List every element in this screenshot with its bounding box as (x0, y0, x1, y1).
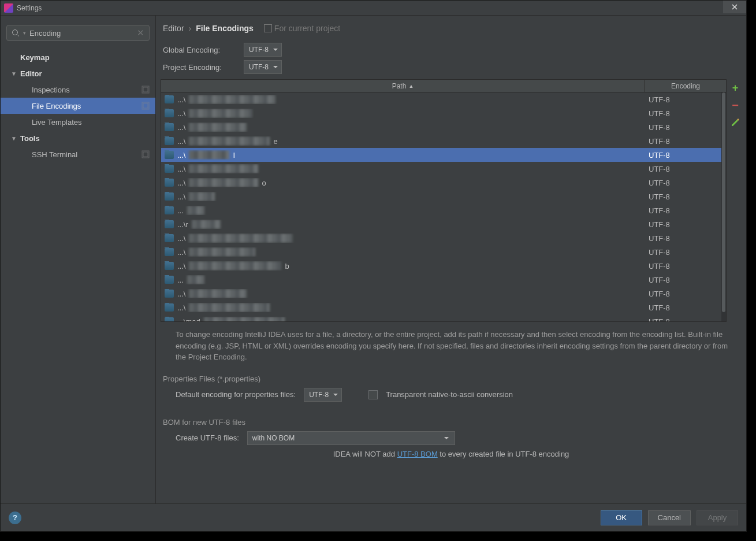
folder-icon (165, 248, 174, 256)
cell-path: ...\ (161, 303, 645, 312)
properties-default-combo[interactable]: UTF-8 (304, 388, 342, 402)
path-suffix: e (273, 137, 277, 146)
cell-encoding[interactable]: UTF-8 (645, 206, 726, 215)
path-suffix: o (262, 179, 266, 187)
project-scope-icon (141, 102, 150, 110)
breadcrumb-scope-hint: For current project (264, 24, 340, 33)
table-row[interactable]: ...\UTF-8 (161, 162, 726, 176)
apply-button[interactable]: Apply (697, 510, 738, 525)
th-encoding[interactable]: Encoding (645, 80, 726, 92)
table-row[interactable]: ...\UTF-8 (161, 231, 726, 245)
cell-encoding[interactable]: UTF-8 (645, 234, 726, 243)
table-row[interactable]: ...\medUTF-8 (161, 314, 726, 321)
cell-encoding[interactable]: UTF-8 (645, 151, 726, 160)
cell-path: ...\ (161, 192, 645, 201)
svg-rect-4 (143, 103, 148, 108)
folder-icon (165, 317, 174, 321)
sidebar-item-keymap[interactable]: Keymap (1, 49, 155, 65)
path-prefix: ... (177, 206, 184, 215)
bom-combo[interactable]: with NO BOM (247, 431, 455, 445)
cell-encoding[interactable]: UTF-8 (645, 95, 726, 104)
remove-row-button[interactable]: − (730, 100, 740, 110)
redacted-path (189, 123, 247, 132)
table-row[interactable]: ...\rUTF-8 (161, 217, 726, 231)
redacted-path (192, 220, 221, 229)
transparent-conversion-checkbox[interactable] (368, 390, 378, 399)
table-row[interactable]: ...UTF-8 (161, 273, 726, 287)
folder-icon (165, 206, 174, 214)
sidebar-item-editor[interactable]: ▼Editor (1, 65, 155, 81)
bom-hint: IDEA will NOT add UTF-8 BOM to every cre… (156, 446, 746, 458)
scrollbar[interactable] (721, 92, 726, 321)
th-path[interactable]: Path ▲ (161, 80, 645, 92)
pencil-icon (731, 118, 740, 127)
redacted-path (189, 150, 229, 160)
cell-encoding[interactable]: UTF-8 (645, 276, 726, 284)
search-box[interactable]: ▾ ✕ (6, 25, 150, 41)
project-encoding-combo[interactable]: UTF-8 (244, 60, 282, 74)
global-encoding-combo[interactable]: UTF-8 (244, 43, 282, 57)
properties-section-title: Properties Files (*.properties) (156, 366, 746, 387)
cell-path: ... (161, 206, 645, 215)
table-row[interactable]: ...\eUTF-8 (161, 134, 726, 148)
bom-link[interactable]: UTF-8 BOM (397, 450, 438, 458)
table-row[interactable]: ...\UTF-8 (161, 190, 726, 203)
breadcrumb-leaf: File Encodings (196, 24, 254, 33)
sidebar-item-tools[interactable]: ▼Tools (1, 130, 155, 146)
cancel-button[interactable]: Cancel (648, 510, 691, 525)
cell-encoding[interactable]: UTF-8 (645, 109, 726, 118)
sidebar-item-label: File Encodings (32, 102, 81, 110)
cell-encoding[interactable]: UTF-8 (645, 317, 726, 322)
cell-encoding[interactable]: UTF-8 (645, 192, 726, 201)
project-scope-icon (264, 24, 272, 32)
folder-icon (165, 276, 174, 284)
edit-row-button[interactable] (730, 117, 740, 128)
cell-encoding[interactable]: UTF-8 (645, 179, 726, 187)
cell-encoding[interactable]: UTF-8 (645, 262, 726, 270)
expand-arrow-icon: ▼ (11, 135, 17, 142)
project-scope-icon (141, 150, 150, 158)
redacted-path (189, 234, 293, 243)
table-row[interactable]: ...\bUTF-8 (161, 259, 726, 273)
table-row[interactable]: ...\UTF-8 (161, 245, 726, 259)
clear-search-icon[interactable]: ✕ (137, 28, 144, 38)
search-input[interactable] (29, 29, 133, 38)
path-prefix: ... (177, 276, 184, 284)
help-button[interactable]: ? (9, 512, 21, 524)
close-button[interactable] (723, 1, 746, 13)
cell-path: ...\ (161, 164, 645, 173)
table-row[interactable]: ...\UTF-8 (161, 287, 726, 301)
table-row[interactable]: ...\oUTF-8 (161, 176, 726, 190)
cell-encoding[interactable]: UTF-8 (645, 123, 726, 132)
bom-section-title: BOM for new UTF-8 files (156, 403, 746, 430)
sidebar-item-inspections[interactable]: Inspections (1, 81, 155, 98)
folder-icon (165, 220, 174, 228)
sidebar-item-file-encodings[interactable]: File Encodings (1, 98, 155, 114)
add-row-button[interactable]: + (730, 83, 740, 93)
sidebar-item-ssh-terminal[interactable]: SSH Terminal (1, 146, 155, 162)
ok-button[interactable]: OK (601, 510, 642, 525)
cell-encoding[interactable]: UTF-8 (645, 303, 726, 312)
cell-path: ...\ (161, 95, 645, 104)
global-encoding-row: Global Encoding: UTF-8 (156, 41, 746, 58)
table-body: ...\UTF-8...\UTF-8...\UTF-8...\eUTF-8...… (161, 92, 726, 321)
table-row[interactable]: ...UTF-8 (161, 203, 726, 217)
table-row[interactable]: ...\IUTF-8 (161, 148, 726, 162)
breadcrumb: Editor › File Encodings For current proj… (156, 16, 746, 41)
path-prefix: ...\ (177, 303, 185, 312)
redacted-path (189, 178, 258, 187)
table-row[interactable]: ...\UTF-8 (161, 301, 726, 314)
table-row[interactable]: ...\UTF-8 (161, 120, 726, 134)
cell-path: ...\r (161, 220, 645, 229)
cell-encoding[interactable]: UTF-8 (645, 220, 726, 229)
table-row[interactable]: ...\UTF-8 (161, 106, 726, 120)
properties-default-label: Default encoding for properties files: (176, 390, 296, 399)
cell-encoding[interactable]: UTF-8 (645, 290, 726, 298)
path-prefix: ...\r (177, 220, 188, 229)
cell-encoding[interactable]: UTF-8 (645, 137, 726, 146)
table-row[interactable]: ...\UTF-8 (161, 92, 726, 106)
cell-encoding[interactable]: UTF-8 (645, 165, 726, 173)
scrollbar-thumb[interactable] (722, 92, 725, 312)
sidebar-item-live-templates[interactable]: Live Templates (1, 114, 155, 130)
cell-encoding[interactable]: UTF-8 (645, 248, 726, 257)
